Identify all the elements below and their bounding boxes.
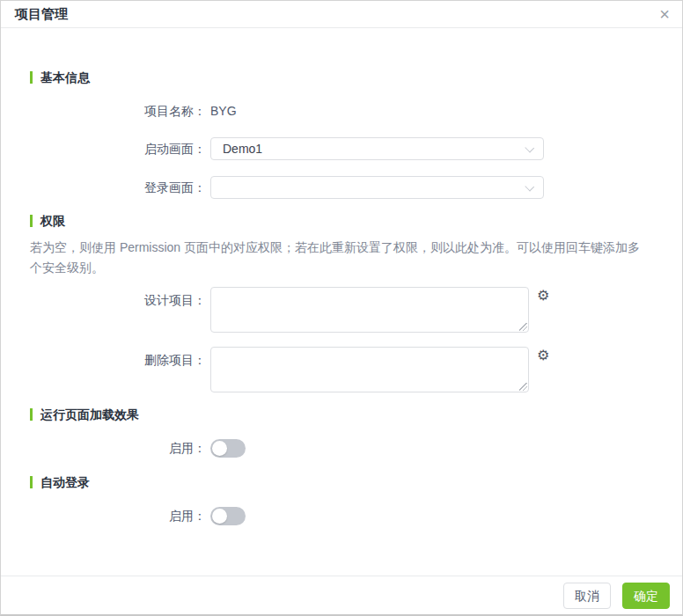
startup-screen-row: 启动画面： Demo1 (1, 137, 682, 160)
startup-screen-label: 启动画面： (1, 137, 210, 160)
design-project-textarea-wrap (210, 287, 529, 333)
project-name-label: 项目名称： (1, 105, 210, 117)
section-loading-effect: 运行页面加载效果 (30, 408, 682, 421)
project-management-dialog: 项目管理 × 基本信息 项目名称： BYG 启动画面： Demo1 登录画面： (0, 0, 683, 616)
section-accent-bar (30, 476, 33, 488)
section-auto-login-title: 自动登录 (40, 476, 90, 488)
permission-description: 若为空，则使用 Permission 页面中的对应权限；若在此重新设置了权限，则… (30, 238, 652, 278)
toggle-knob (212, 509, 227, 524)
gear-icon[interactable]: ⚙ (537, 348, 549, 363)
login-screen-select[interactable] (210, 176, 544, 199)
design-project-textarea[interactable] (210, 287, 529, 333)
design-project-label: 设计项目： (1, 287, 210, 306)
design-project-row: 设计项目： ⚙ (1, 287, 682, 333)
auto-login-enable-row: 启用： (1, 507, 682, 525)
section-accent-bar (30, 215, 33, 227)
gear-icon[interactable]: ⚙ (537, 289, 549, 303)
startup-screen-selected-value: Demo1 (211, 138, 543, 159)
login-screen-row: 登录画面： (1, 176, 682, 199)
chevron-down-icon (525, 182, 534, 192)
project-name-row: 项目名称： BYG (1, 105, 682, 117)
auto-login-toggle[interactable] (210, 507, 246, 525)
section-loading-effect-title: 运行页面加载效果 (40, 408, 139, 421)
section-auto-login: 自动登录 (30, 476, 682, 488)
dialog-footer: 取消 确定 (1, 576, 682, 614)
project-name-value: BYG (210, 105, 237, 117)
section-basic-info: 基本信息 (30, 71, 682, 84)
delete-project-textarea[interactable] (210, 347, 529, 392)
toggle-knob (212, 441, 227, 456)
dialog-title: 项目管理 (15, 6, 68, 23)
auto-login-enable-label: 启用： (1, 507, 210, 525)
delete-project-textarea-wrap (210, 347, 529, 392)
startup-screen-select[interactable]: Demo1 (210, 137, 544, 160)
section-permission-title: 权限 (40, 215, 65, 227)
loading-effect-toggle[interactable] (210, 439, 246, 458)
dialog-header: 项目管理 × (1, 1, 682, 28)
loading-effect-enable-label: 启用： (1, 439, 210, 458)
delete-project-label: 删除项目： (1, 347, 210, 366)
dialog-body: 基本信息 项目名称： BYG 启动画面： Demo1 登录画面： 权限 若为空，… (1, 71, 682, 525)
login-screen-label: 登录画面： (1, 176, 210, 199)
delete-project-row: 删除项目： ⚙ (1, 347, 682, 392)
section-permission: 权限 (30, 215, 682, 227)
cancel-button[interactable]: 取消 (563, 583, 611, 609)
section-accent-bar (30, 408, 33, 421)
close-icon[interactable]: × (659, 5, 670, 23)
confirm-button[interactable]: 确定 (622, 583, 670, 609)
section-accent-bar (30, 71, 33, 84)
loading-effect-enable-row: 启用： (1, 439, 682, 458)
section-basic-info-title: 基本信息 (40, 71, 90, 84)
